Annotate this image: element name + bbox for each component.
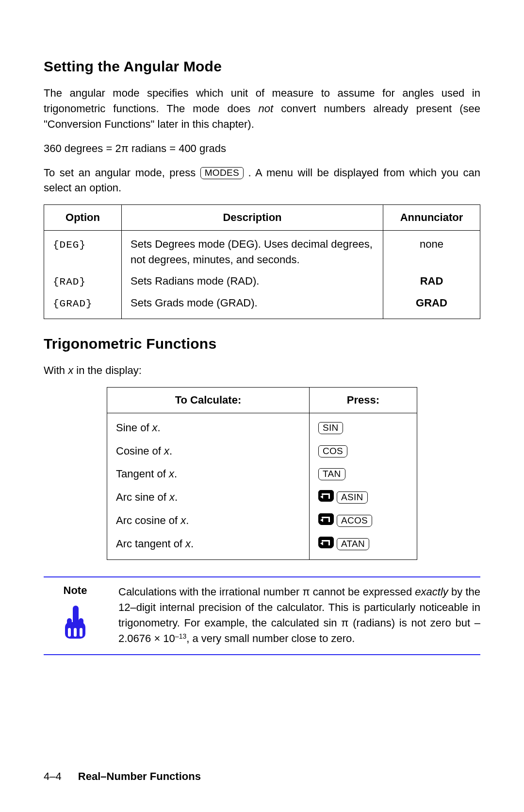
text-italic-not: not — [258, 102, 273, 115]
text: . — [174, 468, 177, 480]
svg-rect-4 — [68, 628, 71, 637]
option-rad: {RAD} — [53, 276, 86, 288]
text-italic-exactly: exactly — [415, 586, 448, 598]
table-row: {GRAD} Sets Grads mode (GRAD). GRAD — [44, 292, 480, 319]
para-equivalence: 360 degrees = 2π radians = 400 grads — [44, 141, 480, 156]
superscript: –13 — [175, 632, 186, 640]
table-row: Arc sine of x. ASIN — [107, 486, 417, 509]
text: . — [158, 422, 161, 434]
note-label: Note — [44, 584, 107, 597]
text: To set an angular mode, press — [44, 167, 200, 179]
heading-angular-mode: Setting the Angular Mode — [44, 58, 480, 75]
variable-x: x — [68, 364, 73, 376]
svg-rect-6 — [80, 628, 82, 637]
table-row: Tangent of x. TAN — [107, 462, 417, 486]
key-sin: SIN — [318, 422, 343, 434]
table-header-row: To Calculate: Press: — [107, 387, 417, 413]
variable-x: x — [180, 514, 186, 526]
desc-rad: Sets Radians mode (RAD). — [122, 271, 383, 292]
text: . — [169, 445, 172, 457]
press-cell: ASIN — [310, 486, 417, 509]
table-row: Sine of x. SIN — [107, 413, 417, 439]
chapter-title: Real–Number Functions — [78, 770, 201, 782]
text: , a very small number close to zero. — [186, 632, 355, 644]
text: Arc tangent of — [116, 538, 185, 550]
shift-key-icon — [318, 513, 334, 525]
calc-label: Cosine of x. — [107, 440, 310, 463]
text: Tangent of — [116, 468, 169, 480]
para-press-modes: To set an angular mode, press MODES . A … — [44, 165, 480, 196]
page-number: 4–4 — [44, 770, 62, 782]
table-angular-modes: Option Description Annunciator {DEG} Set… — [44, 204, 480, 319]
table-row: Arc tangent of x. ATAN — [107, 532, 417, 559]
note-body: Calculations with the irrational number … — [118, 584, 480, 646]
para-with-x: With x in the display: — [44, 363, 480, 378]
table-row: {RAD} Sets Radians mode (RAD). RAD — [44, 271, 480, 292]
press-cell: SIN — [310, 413, 417, 439]
table-header-row: Option Description Annunciator — [44, 205, 480, 231]
shift-key-icon — [318, 490, 334, 502]
variable-x: x — [185, 538, 191, 550]
text: Sine of — [116, 422, 152, 434]
text: Cosine of — [116, 445, 164, 457]
calc-label: Tangent of x. — [107, 462, 310, 486]
text: . — [191, 538, 194, 550]
svg-rect-2 — [67, 618, 72, 627]
calc-label: Sine of x. — [107, 413, 310, 439]
key-tan: TAN — [318, 468, 345, 480]
table-row: Cosine of x. COS — [107, 440, 417, 463]
table-trig-keys: To Calculate: Press: Sine of x. SIN Cosi… — [107, 387, 417, 560]
desc-grad: Sets Grads mode (GRAD). — [122, 292, 383, 319]
press-cell: COS — [310, 440, 417, 463]
text: With — [44, 364, 68, 376]
annunciator-rad: RAD — [383, 271, 480, 292]
page-footer: 4–4 Real–Number Functions — [44, 770, 201, 783]
note-block: Note Ca — [44, 576, 480, 655]
variable-x: x — [152, 422, 158, 434]
svg-rect-1 — [73, 606, 79, 625]
heading-trig-functions: Trigonometric Functions — [44, 336, 480, 352]
col-annunciator: Annunciator — [383, 205, 480, 231]
annunciator-grad: GRAD — [383, 292, 480, 319]
key-modes: MODES — [200, 167, 244, 179]
col-option: Option — [44, 205, 122, 231]
press-cell: ACOS — [310, 509, 417, 532]
table-row: {DEG} Sets Degrees mode (DEG). Uses deci… — [44, 231, 480, 271]
calc-label: Arc sine of x. — [107, 486, 310, 509]
annunciator-deg: none — [383, 231, 480, 271]
text: Calculations with the irrational number … — [118, 586, 415, 598]
press-cell: ATAN — [310, 532, 417, 559]
key-asin: ASIN — [337, 491, 368, 504]
svg-rect-5 — [74, 628, 77, 637]
pointing-hand-icon — [44, 604, 107, 644]
calc-label: Arc cosine of x. — [107, 509, 310, 532]
variable-x: x — [169, 468, 174, 480]
text: . — [175, 491, 178, 503]
key-acos: ACOS — [337, 515, 372, 527]
option-grad: {GRAD} — [53, 298, 93, 309]
key-atan: ATAN — [337, 538, 369, 550]
variable-x: x — [164, 445, 169, 457]
variable-x: x — [169, 491, 175, 503]
svg-rect-3 — [79, 618, 83, 627]
option-deg: {DEG} — [53, 239, 86, 251]
col-calculate: To Calculate: — [107, 387, 310, 413]
text: Arc cosine of — [116, 514, 180, 526]
col-description: Description — [122, 205, 383, 231]
table-row: Arc cosine of x. ACOS — [107, 509, 417, 532]
shift-key-icon — [318, 537, 334, 548]
text: Arc sine of — [116, 491, 169, 503]
key-cos: COS — [318, 445, 347, 457]
press-cell: TAN — [310, 462, 417, 486]
para-angular-intro: The angular mode specifies which unit of… — [44, 85, 480, 132]
col-press: Press: — [310, 387, 417, 413]
desc-deg: Sets Degrees mode (DEG). Uses decimal de… — [122, 231, 383, 271]
text: in the display: — [73, 364, 142, 376]
calc-label: Arc tangent of x. — [107, 532, 310, 559]
text: . — [186, 514, 189, 526]
